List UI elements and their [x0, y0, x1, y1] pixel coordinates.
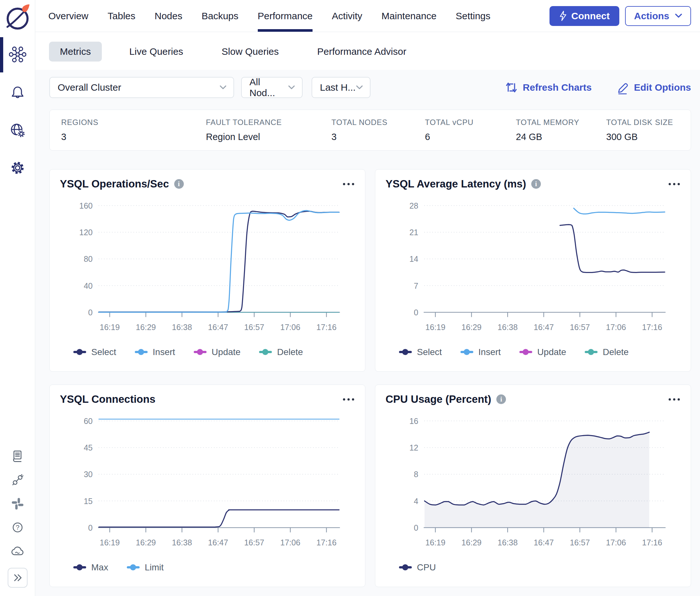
svg-text:60: 60 [84, 417, 93, 425]
sidebar-item-network-settings[interactable] [0, 121, 35, 139]
legend-marker [585, 351, 598, 353]
sidebar-item-notifications[interactable] [0, 83, 35, 101]
cluster-stats-bar: REGIONS 3 FAULT TOLERANCE Region Level T… [49, 109, 691, 151]
tab-settings[interactable]: Settings [456, 0, 490, 32]
svg-text:16:38: 16:38 [498, 538, 518, 547]
legend-item-update[interactable]: Update [194, 347, 240, 357]
tab-performance[interactable]: Performance [258, 0, 313, 32]
legend-marker [399, 351, 412, 353]
svg-text:21: 21 [409, 228, 418, 237]
cluster-select[interactable]: Overall Cluster [49, 77, 234, 98]
chart-legend: SelectInsertUpdateDelete [60, 347, 355, 357]
cpu-usage-chart: 048121616:1916:2916:3816:4716:5717:0617:… [386, 406, 680, 561]
stat-total-nodes: TOTAL NODES 3 [331, 118, 425, 142]
sidebar-item-settings[interactable] [0, 159, 35, 177]
subtab-performance-advisor[interactable]: Performance Advisor [307, 42, 417, 61]
time-range-select[interactable]: Last H... [312, 77, 370, 98]
refresh-icon [505, 81, 518, 94]
stat-value: 3 [331, 132, 425, 142]
legend-label: Max [91, 562, 108, 573]
cluster-icon [9, 46, 26, 63]
svg-text:16:38: 16:38 [172, 538, 192, 547]
edit-options-link[interactable]: Edit Options [617, 80, 691, 95]
tab-maintenance[interactable]: Maintenance [381, 0, 437, 32]
tabs: Overview Tables Nodes Backups Performanc… [48, 0, 491, 32]
svg-text:16:19: 16:19 [425, 538, 445, 547]
nodes-select[interactable]: All Nod... [241, 77, 303, 98]
svg-text:17:16: 17:16 [642, 538, 662, 547]
legend-item-max[interactable]: Max [73, 562, 108, 573]
svg-text:16:57: 16:57 [570, 538, 590, 547]
svg-text:4: 4 [414, 497, 418, 506]
legend-item-delete[interactable]: Delete [259, 347, 303, 357]
legend-marker [399, 566, 412, 568]
legend-marker [135, 351, 148, 353]
chart-legend: SelectInsertUpdateDelete [386, 347, 680, 357]
slack-icon [10, 496, 25, 511]
svg-text:16:38: 16:38 [172, 323, 192, 332]
stat-value: 300 GB [606, 132, 673, 142]
legend-item-select[interactable]: Select [399, 347, 442, 357]
chevron-down-icon [288, 85, 295, 90]
legend-item-cpu[interactable]: CPU [399, 562, 436, 573]
filter-row: Overall Cluster All Nod... Last H... [49, 77, 691, 98]
yugabyte-logo[interactable] [3, 3, 32, 33]
svg-text:8: 8 [414, 470, 418, 479]
sidebar-item-cluster[interactable] [0, 46, 35, 64]
svg-text:?: ? [16, 524, 19, 531]
chart-legend: MaxLimit [60, 562, 355, 573]
chart-menu-button[interactable] [668, 396, 680, 403]
legend-item-select[interactable]: Select [73, 347, 116, 357]
sidebar-expand-button[interactable] [8, 568, 28, 588]
sidebar-item-docs[interactable] [0, 449, 35, 463]
chart-menu-button[interactable] [342, 180, 355, 188]
chart-card-ysql-operations: YSQL Operations/Sec i 0408012016016:1916… [49, 169, 365, 372]
svg-text:28: 28 [409, 201, 418, 210]
subtab-slow-queries[interactable]: Slow Queries [211, 42, 289, 61]
help-icon: ? [10, 520, 25, 535]
legend-item-update[interactable]: Update [519, 347, 566, 357]
sidebar-item-help[interactable]: ? [0, 520, 35, 535]
legend-item-limit[interactable]: Limit [127, 562, 164, 573]
connect-button[interactable]: Connect [549, 6, 619, 26]
sidebar-item-cloud[interactable] [0, 544, 35, 558]
info-icon[interactable]: i [531, 179, 541, 189]
tab-tables[interactable]: Tables [108, 0, 135, 32]
legend-label: Insert [478, 347, 501, 357]
legend-item-insert[interactable]: Insert [135, 347, 175, 357]
bell-icon [9, 84, 26, 101]
svg-text:0: 0 [88, 523, 93, 532]
chart-title: YSQL Average Latency (ms) [386, 178, 526, 190]
chart-menu-button[interactable] [342, 396, 355, 403]
stat-value: 6 [425, 132, 516, 142]
svg-text:7: 7 [414, 281, 418, 290]
subtab-live-queries[interactable]: Live Queries [119, 42, 194, 61]
tab-backups[interactable]: Backups [201, 0, 238, 32]
tab-overview[interactable]: Overview [48, 0, 88, 32]
info-icon[interactable]: i [174, 179, 184, 189]
chart-card-ysql-connections: YSQL Connections 01530456016:1916:2916:3… [49, 384, 365, 587]
refresh-charts-link[interactable]: Refresh Charts [505, 81, 592, 94]
subtab-metrics[interactable]: Metrics [49, 42, 102, 61]
time-range-select-value: Last H... [320, 82, 356, 93]
chevron-down-icon [675, 14, 682, 18]
legend-item-delete[interactable]: Delete [585, 347, 629, 357]
stat-fault-tolerance: FAULT TOLERANCE Region Level [206, 118, 331, 142]
sidebar-item-integrations[interactable] [0, 473, 35, 487]
svg-text:17:16: 17:16 [316, 323, 337, 332]
svg-text:16:29: 16:29 [462, 323, 482, 332]
chevron-down-icon [356, 85, 363, 90]
chart-menu-button[interactable] [668, 180, 680, 188]
tab-activity[interactable]: Activity [332, 0, 362, 32]
legend-marker [461, 351, 473, 353]
info-icon[interactable]: i [496, 394, 506, 404]
legend-item-insert[interactable]: Insert [461, 347, 501, 357]
stat-total-memory: TOTAL MEMORY 24 GB [516, 118, 606, 142]
sidebar-item-slack[interactable] [0, 497, 35, 511]
tab-nodes[interactable]: Nodes [155, 0, 183, 32]
svg-text:16:47: 16:47 [534, 323, 554, 332]
actions-button[interactable]: Actions [625, 6, 691, 26]
main-area: Overview Tables Nodes Backups Performanc… [35, 0, 700, 596]
stat-total-disk-size: TOTAL DISK SIZE 300 GB [606, 118, 673, 142]
refresh-charts-label: Refresh Charts [523, 82, 592, 93]
